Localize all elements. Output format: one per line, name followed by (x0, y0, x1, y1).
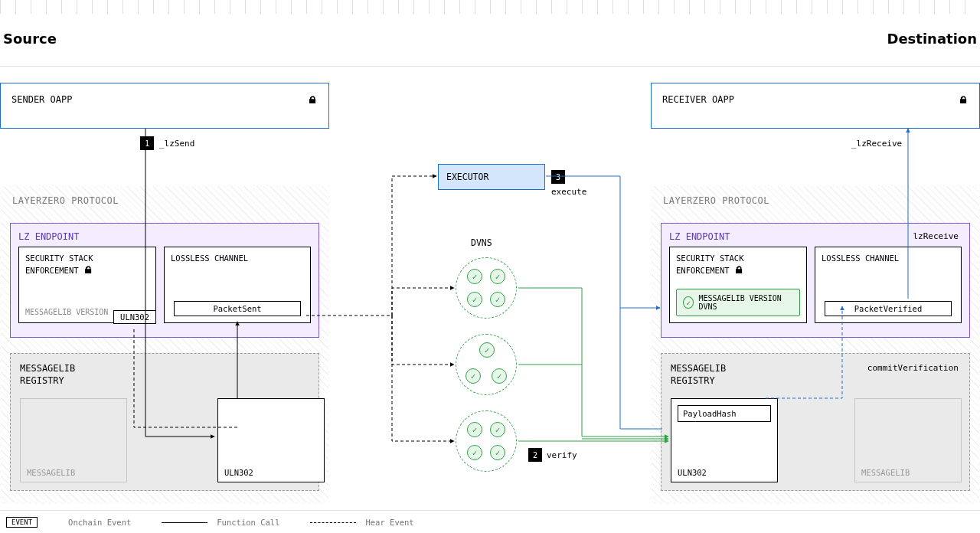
source-protocol: LAYERZERO PROTOCOL LZ ENDPOINT SECURITY … (0, 185, 329, 503)
dvn-cluster-1: ✓ ✓ ✓ ✓ (456, 257, 517, 319)
legend-event-tag: EVENT (6, 517, 38, 528)
check-icon: ✓ (490, 445, 505, 460)
commit-verification-label: commitVerification (867, 363, 959, 373)
dest-registry: MESSAGELIB REGISTRY commitVerification P… (661, 353, 970, 491)
registry-title: MESSAGELIB REGISTRY (671, 363, 740, 387)
executor: EXECUTOR (438, 164, 545, 190)
step-2-badge: 2 (528, 448, 542, 462)
check-icon: ✓ (490, 269, 505, 284)
registry-title: MESSAGELIB REGISTRY (20, 363, 89, 387)
msglib-dvns-label: MESSAGELIB VERSION DVNS (698, 294, 793, 311)
step-3-label: execute (551, 187, 586, 197)
check-icon: ✓ (466, 368, 481, 384)
check-icon: ✓ (479, 342, 495, 358)
sender-oapp: SENDER OAPP 🔒︎ (0, 83, 329, 129)
packet-sent-event: PacketSent (174, 301, 301, 316)
step-2-label: verify (547, 450, 577, 460)
check-icon: ✓ (683, 296, 694, 309)
header: Source Destination (3, 31, 977, 47)
endpoint-title: LZ ENDPOINT (18, 231, 311, 242)
lossless-panel-dest: LOSSLESS CHANNEL PacketVerified (815, 247, 962, 323)
legend-onchain: Onchain Event (68, 518, 131, 527)
step-3-badge: 3 (551, 170, 565, 184)
step-1-label: _lzSend (159, 139, 194, 149)
protocol-label: LAYERZERO PROTOCOL (663, 195, 769, 206)
lock-icon: 🔒︎ (308, 94, 318, 106)
source-registry: MESSAGELIB REGISTRY MESSAGELIB ULN302 (10, 353, 319, 491)
dvn-cluster-3: ✓ ✓ ✓ ✓ (456, 410, 517, 472)
lock-icon: 🔒︎ (83, 264, 93, 276)
step-1-badge: 1 (140, 136, 154, 150)
legend-dash-line (310, 522, 356, 523)
check-icon: ✓ (467, 292, 482, 307)
dest-protocol: LAYERZERO PROTOCOL LZ ENDPOINT lzReceive… (651, 185, 980, 503)
dvns-label: DVNS (471, 237, 492, 248)
lossless-label: LOSSLESS CHANNEL (822, 253, 955, 264)
messagelib-slot-dest: MESSAGELIB (854, 398, 962, 482)
header-source: Source (3, 31, 57, 47)
lock-icon: 🔒︎ (959, 94, 969, 106)
lz-receive-label: lzReceive (913, 231, 959, 241)
legend-solid-line (162, 522, 207, 523)
security-panel: SECURITY STACK ENFORCEMENT 🔒︎ MESSAGELIB… (18, 247, 156, 323)
packet-verified-event: PacketVerified (825, 301, 952, 316)
messagelib-slot: MESSAGELIB (20, 398, 127, 482)
uln302-box: ULN302 (217, 398, 325, 482)
ruler-top (0, 0, 980, 14)
check-icon: ✓ (467, 422, 482, 437)
uln-tag: ULN302 (113, 310, 156, 324)
receiver-oapp: RECEIVER OAPP 🔒︎ (651, 83, 980, 129)
lossless-label: LOSSLESS CHANNEL (171, 253, 304, 264)
lock-icon: 🔒︎ (734, 264, 744, 276)
sender-oapp-label: SENDER OAPP (11, 94, 72, 105)
msglib-dvns-verified: ✓ MESSAGELIB VERSION DVNS (676, 289, 800, 316)
dest-endpoint: LZ ENDPOINT lzReceive SECURITY STACK ENF… (661, 223, 970, 338)
header-destination: Destination (887, 31, 977, 47)
legend-hear: Hear Event (365, 518, 413, 527)
check-icon: ✓ (467, 269, 482, 284)
lz-receive-fn-label: _lzReceive (851, 139, 902, 149)
check-icon: ✓ (467, 445, 482, 460)
check-icon: ✓ (490, 292, 505, 307)
header-separator (0, 66, 980, 67)
msglib-version-label: MESSAGELIB VERSION (25, 308, 108, 316)
security-panel-dest: SECURITY STACK ENFORCEMENT 🔒︎ ✓ MESSAGEL… (669, 247, 807, 323)
payload-hash: PayloadHash (678, 405, 771, 422)
uln302-box-dest: PayloadHash ULN302 (671, 398, 778, 482)
source-endpoint: LZ ENDPOINT SECURITY STACK ENFORCEMENT 🔒… (10, 223, 319, 338)
dvn-cluster-2: ✓ ✓ ✓ (456, 334, 517, 395)
check-icon: ✓ (492, 368, 507, 384)
check-icon: ✓ (490, 422, 505, 437)
lossless-panel: LOSSLESS CHANNEL PacketSent (164, 247, 311, 323)
legend: EVENT Onchain Event Function Call Hear E… (0, 510, 980, 533)
protocol-label: LAYERZERO PROTOCOL (12, 195, 119, 206)
receiver-oapp-label: RECEIVER OAPP (662, 94, 734, 105)
legend-fncall: Function Call (217, 518, 279, 527)
